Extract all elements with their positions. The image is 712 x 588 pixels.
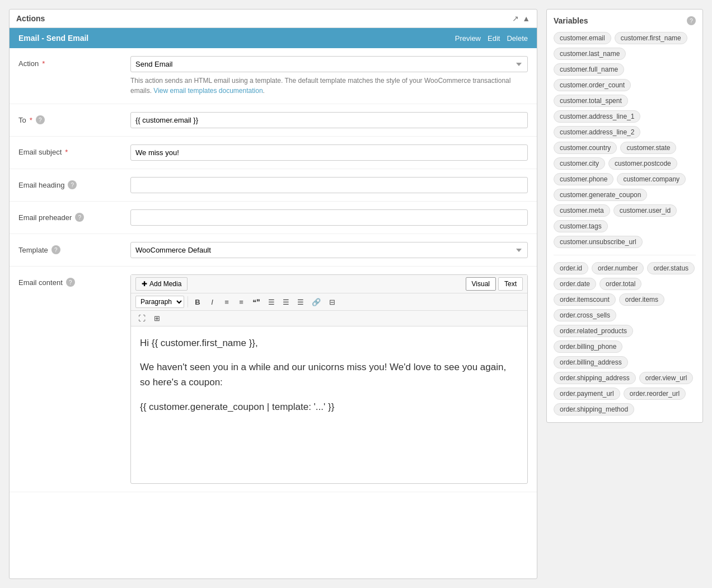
action-required-star: * xyxy=(42,59,45,68)
variable-tag[interactable]: customer.country xyxy=(554,142,617,154)
email-subject-required-star: * xyxy=(65,148,68,156)
toolbar-sep-1 xyxy=(188,296,188,307)
variable-tag[interactable]: order.payment_url xyxy=(554,388,620,400)
editor-line-3: {{ customer.generate_coupon | template: … xyxy=(140,399,518,414)
variables-panel: Variables ? customer.emailcustomer.first… xyxy=(546,9,703,423)
align-left-button[interactable]: ☰ xyxy=(265,297,278,307)
variable-tag[interactable]: customer.email xyxy=(554,32,611,44)
variable-tag[interactable]: order.shipping_method xyxy=(554,403,634,416)
collapse-icon[interactable]: ▲ xyxy=(522,14,530,23)
action-label: Action * xyxy=(18,56,130,68)
variables-list: customer.emailcustomer.first_namecustome… xyxy=(554,32,696,416)
link-button[interactable]: 🔗 xyxy=(309,297,324,307)
blockquote-button[interactable]: ❝❞ xyxy=(250,297,263,307)
variable-tag[interactable]: order.reorder_url xyxy=(624,388,686,400)
italic-button[interactable]: I xyxy=(206,297,218,307)
email-preheader-input[interactable] xyxy=(130,209,528,226)
email-header-bar: Email - Send Email Preview Edit Delete xyxy=(10,28,537,48)
preview-button[interactable]: Preview xyxy=(455,34,481,43)
editor-line-2: We haven't seen you in a while and our u… xyxy=(140,360,518,390)
template-row: Template ? WooCommerce Default xyxy=(10,234,537,267)
paragraph-select[interactable]: Paragraph xyxy=(135,296,184,308)
variables-help-icon[interactable]: ? xyxy=(687,16,696,25)
email-subject-input[interactable] xyxy=(130,144,528,161)
variable-tag[interactable]: customer.tags xyxy=(554,220,608,232)
email-heading-help-icon[interactable]: ? xyxy=(68,180,77,189)
variable-tag[interactable]: customer.generate_coupon xyxy=(554,189,647,201)
bold-button[interactable]: B xyxy=(191,297,204,307)
variable-tag[interactable]: customer.first_name xyxy=(615,32,687,44)
fullscreen-button[interactable]: ⛶ xyxy=(135,313,148,324)
external-link-icon[interactable]: ↗ xyxy=(512,14,519,23)
action-row: Action * Send Email This action sends an… xyxy=(10,48,537,104)
hr-button[interactable]: ⊟ xyxy=(326,297,338,307)
variable-tag[interactable]: order.billing_phone xyxy=(554,340,622,353)
template-control-wrap: WooCommerce Default xyxy=(130,242,528,258)
variable-tag[interactable]: customer.company xyxy=(617,173,686,185)
variable-tag[interactable]: customer.unsubscribe_url xyxy=(554,236,643,248)
email-heading-control-wrap xyxy=(130,177,528,193)
text-tab[interactable]: Text xyxy=(498,277,523,291)
action-select[interactable]: Send Email xyxy=(130,56,528,72)
editor-toolbar-row2: ⛶ ⊞ xyxy=(131,311,527,326)
panel-icon-group: ↗ ▲ xyxy=(512,14,530,23)
variable-tag[interactable]: customer.city xyxy=(554,157,605,170)
numbered-list-button[interactable]: ≡ xyxy=(235,297,247,307)
variable-tag[interactable]: customer.address_line_1 xyxy=(554,110,640,123)
variable-tag[interactable]: order.billing_address xyxy=(554,356,628,368)
variable-tag[interactable]: customer.address_line_2 xyxy=(554,126,640,138)
to-row: To * ? xyxy=(10,104,537,137)
variable-tag[interactable]: customer.state xyxy=(620,142,676,154)
variable-tag[interactable]: customer.last_name xyxy=(554,48,626,60)
email-header-actions: Preview Edit Delete xyxy=(455,34,528,43)
variable-tag[interactable]: customer.phone xyxy=(554,173,613,185)
editor-wrap: ✚ Add Media Visual Text Paragraph B I xyxy=(130,274,528,484)
email-header-title: Email - Send Email xyxy=(18,34,88,43)
form-body: Action * Send Email This action sends an… xyxy=(10,48,537,492)
variable-tag[interactable]: customer.order_count xyxy=(554,79,631,91)
email-content-help-icon[interactable]: ? xyxy=(66,278,75,287)
view-templates-link[interactable]: View email templates documentation xyxy=(153,87,263,95)
email-heading-input[interactable] xyxy=(130,177,528,193)
to-help-icon[interactable]: ? xyxy=(36,115,45,124)
editor-content-area[interactable]: Hi {{ customer.first_name }}, We haven't… xyxy=(131,326,527,483)
visual-tab[interactable]: Visual xyxy=(466,277,496,291)
variable-tag[interactable]: order.items xyxy=(619,293,664,306)
variable-tag[interactable]: order.id xyxy=(554,262,588,274)
to-input[interactable] xyxy=(130,112,528,128)
variable-tag[interactable]: order.number xyxy=(592,262,644,274)
delete-button[interactable]: Delete xyxy=(507,34,528,43)
email-preheader-help-icon[interactable]: ? xyxy=(75,213,84,222)
email-subject-row: Email subject * xyxy=(10,137,537,169)
panel-title: Actions xyxy=(16,14,45,23)
variable-tag[interactable]: customer.total_spent xyxy=(554,95,628,107)
variable-tag[interactable]: order.status xyxy=(647,262,695,274)
editor-toolbar-row1: Paragraph B I ≡ ≡ ❝❞ ☰ ☰ ☰ 🔗 ⊟ xyxy=(131,293,527,311)
email-preheader-control-wrap xyxy=(130,209,528,226)
variable-tag[interactable]: order.view_url xyxy=(639,372,694,384)
variable-tag[interactable]: order.related_products xyxy=(554,325,633,337)
editor-top-bar: ✚ Add Media Visual Text xyxy=(131,275,527,293)
actions-panel: Actions ↗ ▲ Email - Send Email Preview E… xyxy=(9,9,537,579)
variable-tag[interactable]: customer.full_name xyxy=(554,63,624,76)
template-select[interactable]: WooCommerce Default xyxy=(130,242,528,258)
grid-button[interactable]: ⊞ xyxy=(151,313,163,324)
variable-tag[interactable]: order.date xyxy=(554,278,596,290)
variable-tag[interactable]: order.cross_sells xyxy=(554,309,616,321)
variable-tag[interactable]: order.total xyxy=(599,278,641,290)
email-heading-row: Email heading ? xyxy=(10,169,537,202)
add-media-button[interactable]: ✚ Add Media xyxy=(135,277,188,291)
variable-tag[interactable]: customer.meta xyxy=(554,204,610,217)
variable-tag[interactable]: customer.user_id xyxy=(613,204,677,217)
variable-tag[interactable]: order.shipping_address xyxy=(554,372,636,384)
action-help-text: This action sends an HTML email using a … xyxy=(130,76,528,96)
to-required-star: * xyxy=(30,116,32,124)
bullet-list-button[interactable]: ≡ xyxy=(221,297,233,307)
align-center-button[interactable]: ☰ xyxy=(280,297,292,307)
variable-tag[interactable]: customer.postcode xyxy=(608,157,677,170)
edit-button[interactable]: Edit xyxy=(488,34,500,43)
template-help-icon[interactable]: ? xyxy=(51,245,60,254)
template-label: Template ? xyxy=(18,242,130,254)
variable-tag[interactable]: order.itemscount xyxy=(554,293,616,306)
align-right-button[interactable]: ☰ xyxy=(294,297,307,307)
